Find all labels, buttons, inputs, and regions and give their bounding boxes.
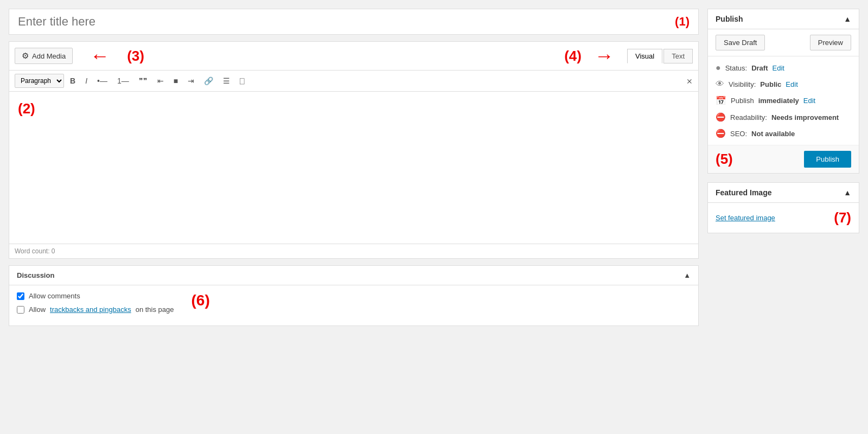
seo-icon: ⛔: [716, 129, 726, 138]
publish-panel-title: Publish: [716, 15, 743, 23]
sidebar: Publish ▲ Save Draft Preview ● Status: D…: [707, 9, 859, 425]
publish-btn-row: (5) Publish: [708, 145, 859, 173]
editor-tabs: Visual Text: [627, 49, 693, 63]
seo-label: SEO:: [730, 130, 747, 138]
status-label: Status:: [725, 64, 747, 72]
publish-time-edit-link[interactable]: Edit: [803, 97, 815, 105]
set-featured-image-link[interactable]: Set featured image: [716, 214, 775, 222]
readability-icon: ⛔: [716, 112, 726, 122]
seo-row: ⛔ SEO: Not available: [716, 129, 851, 138]
title-input[interactable]: [18, 15, 667, 29]
discussion-header: Discussion ▲: [9, 266, 698, 285]
align-right-button[interactable]: ⇥: [184, 74, 198, 87]
bold-button[interactable]: B: [66, 74, 79, 87]
align-center-button[interactable]: ■: [170, 74, 182, 87]
publish-time-label: Publish: [731, 97, 754, 105]
visibility-edit-link[interactable]: Edit: [786, 80, 797, 88]
align-left-button[interactable]: ⇤: [154, 74, 168, 87]
visibility-label: Visibility:: [729, 80, 756, 88]
word-count-bar: Word count: 0: [9, 244, 698, 258]
collapse-featured-icon[interactable]: ▲: [844, 188, 851, 197]
save-draft-button[interactable]: Save Draft: [716, 35, 765, 50]
tab-text[interactable]: Text: [663, 49, 693, 63]
visibility-value: Public: [760, 80, 781, 88]
allow-comments-row: Allow comments: [17, 292, 174, 300]
tab-visual[interactable]: Visual: [627, 49, 662, 63]
collapse-publish-icon[interactable]: ▲: [844, 15, 851, 23]
italic-button[interactable]: I: [81, 74, 91, 87]
editor-toolbar-top: ⚙ Add Media ← (3) (4) → Visual Text: [9, 42, 698, 71]
link-button[interactable]: 🔗: [200, 74, 217, 87]
publish-button[interactable]: Publish: [804, 151, 851, 168]
allow-comments-checkbox[interactable]: [17, 292, 24, 300]
expand-button[interactable]: ⨯: [686, 76, 693, 85]
discussion-box: Discussion ▲ Allow comments Allow trackb…: [9, 265, 699, 326]
arrow-3-icon: ←: [90, 46, 110, 66]
paragraph-select[interactable]: Paragraph Heading 1 Heading 2 Heading 3: [15, 74, 64, 88]
annotation-1: (1): [675, 15, 690, 29]
allow-trackbacks-row: Allow trackbacks and pingbacks on this p…: [17, 305, 174, 314]
visibility-icon: 👁: [716, 79, 724, 89]
trackbacks-link[interactable]: trackbacks and pingbacks: [50, 305, 131, 314]
allow-trackbacks-label: Allow: [29, 305, 46, 314]
collapse-discussion-icon[interactable]: ▲: [684, 271, 691, 279]
discussion-title: Discussion: [17, 271, 54, 279]
featured-image-panel: Featured Image ▲ Set featured image (7): [707, 182, 859, 233]
annotation-7: (7): [834, 209, 851, 226]
publish-time-value: immediately: [758, 97, 799, 105]
status-value: Draft: [751, 64, 768, 72]
publish-panel-body: ● Status: Draft Edit 👁 Visibility: Publi…: [708, 56, 859, 145]
more-button[interactable]: ☰: [219, 74, 234, 87]
visibility-row: 👁 Visibility: Public Edit: [716, 79, 851, 89]
allow-trackbacks-checkbox[interactable]: [17, 306, 24, 314]
annotation-2: (2): [18, 100, 35, 117]
readability-row: ⛔ Readability: Needs improvement: [716, 112, 851, 122]
seo-value: Not available: [751, 130, 795, 138]
status-icon: ●: [716, 63, 721, 73]
publish-panel: Publish ▲ Save Draft Preview ● Status: D…: [707, 9, 859, 174]
featured-image-header: Featured Image ▲: [708, 183, 859, 203]
allow-comments-label: Allow comments: [29, 292, 80, 300]
readability-value: Needs improvement: [771, 113, 839, 122]
main-content: (1) ⚙ Add Media ← (3) (4) → Visua: [9, 9, 699, 425]
featured-image-title: Featured Image: [716, 188, 771, 197]
media-icon: ⚙: [22, 51, 29, 61]
annotation-4: (4): [564, 48, 582, 65]
annotation-5: (5): [716, 151, 733, 168]
blockquote-button[interactable]: ❞❞: [135, 74, 151, 87]
annotation-3: (3): [127, 48, 144, 65]
editor-box: ⚙ Add Media ← (3) (4) → Visual Text: [9, 41, 699, 259]
calendar-icon: 📅: [716, 95, 726, 106]
editor-content[interactable]: (2): [9, 92, 698, 244]
ordered-list-button[interactable]: 1—: [113, 74, 133, 87]
unordered-list-button[interactable]: •—: [93, 74, 111, 87]
featured-image-body: Set featured image (7): [708, 203, 859, 233]
add-media-button[interactable]: ⚙ Add Media: [15, 48, 73, 64]
readability-label: Readability:: [730, 113, 767, 122]
publish-time-row: 📅 Publish immediately Edit: [716, 95, 851, 106]
title-box: (1): [9, 9, 699, 35]
status-row: ● Status: Draft Edit: [716, 63, 851, 73]
discussion-body: Allow comments Allow trackbacks and ping…: [9, 285, 698, 326]
trackbacks-suffix: on this page: [136, 305, 174, 314]
publish-panel-header: Publish ▲: [708, 9, 859, 29]
arrow-4-icon: →: [595, 46, 614, 66]
keyboard-button[interactable]: ⎕: [236, 74, 248, 87]
format-toolbar: Paragraph Heading 1 Heading 2 Heading 3 …: [9, 71, 698, 92]
add-media-label: Add Media: [32, 52, 66, 60]
status-edit-link[interactable]: Edit: [772, 64, 784, 72]
preview-button[interactable]: Preview: [810, 35, 851, 50]
annotation-6: (6): [192, 292, 210, 309]
word-count: Word count: 0: [15, 247, 55, 255]
publish-top-btns: Save Draft Preview: [708, 29, 859, 56]
